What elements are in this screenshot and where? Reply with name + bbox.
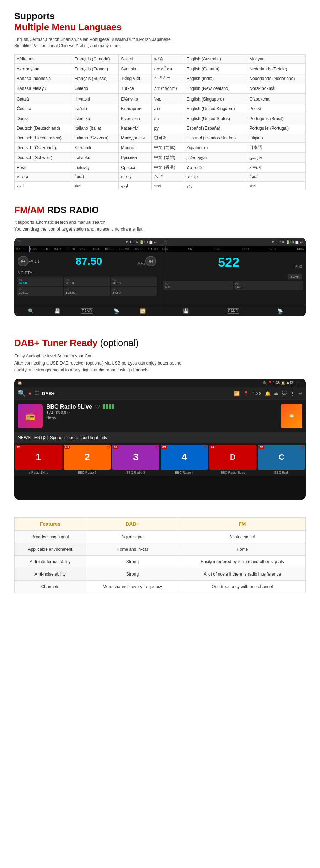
feature-value: More channels every frequency (86, 580, 179, 593)
radio-fm-unit: MHz (137, 261, 145, 267)
section1-description: English,German,French,Spanish,Italian,Po… (14, 36, 306, 49)
dab-heart-badge: ♡ (155, 446, 159, 450)
lang-cell: 한국어 (152, 133, 184, 143)
dab-channel-item[interactable]: C 0/0 ♡ BBC Radi (257, 443, 306, 476)
lang-cell: አማርኛ (247, 163, 306, 173)
lang-cell: Bahasa Indonesia (15, 74, 72, 83)
language-table: AfrikaansFrançais (Canada)Suomiதமிழ்Engl… (14, 54, 306, 190)
lang-cell: ಕನ್ನಡ (152, 74, 184, 83)
lang-cell: Galego (72, 83, 119, 94)
lang-cell: Italiano (Svizzera) (72, 133, 119, 143)
lang-cell: Español (España) (184, 124, 247, 133)
wifi-icon[interactable]: 📡 (277, 308, 283, 314)
feature-value: Home (179, 543, 305, 555)
scan-btn[interactable]: SCAN (288, 274, 302, 279)
lang-cell: Bahasa Melayu (15, 83, 72, 94)
repeat-icon[interactable]: 🔁 (140, 308, 146, 314)
save-icon[interactable]: 💾 (183, 308, 189, 314)
preset-item[interactable]: P4 106.10 (17, 287, 63, 296)
dab-badge: 0/0 (64, 446, 70, 449)
lang-cell: বাংলা (247, 182, 306, 190)
dab-channel-thumb: 4 0/0 ♡ (161, 445, 208, 470)
lang-cell: Français (Suisse) (72, 74, 119, 83)
dab-signal-strength: ▋▋▋▋ (103, 404, 116, 409)
radio-next-btn[interactable]: ⏭ (145, 256, 156, 266)
preset-item[interactable]: P5 108.00 (64, 287, 110, 296)
preset-item[interactable]: P6 87.50 (111, 287, 157, 296)
radio-am-bottombar: 💾 BAND 📡 (160, 306, 306, 316)
lang-cell: Kiswahili (72, 143, 119, 153)
radio-screenshot: 📱 ▼ 15:02 🔋18 📋 ↩ 87.50 89.55 91.60 93.6… (14, 238, 306, 316)
dab-channel-thumb: C 0/0 ♡ (258, 445, 305, 470)
lang-cell: ไทย (152, 94, 184, 104)
dab-channels: 1 1/0 ♥ c Radio 1Xtra 2 0/0 ♡ BBC Radio … (14, 443, 306, 476)
dab-eject-icon: ⏏ (274, 391, 278, 396)
feature-label: Broadcasting signal (15, 530, 86, 543)
wifi-icon[interactable]: 📡 (114, 308, 119, 314)
section1-title: Supports Multiple Menu Languaes (14, 11, 306, 33)
lang-cell: Српски (119, 163, 152, 173)
feature-value: Digital signal (86, 530, 179, 543)
lang-cell: Português (Brasil) (247, 113, 306, 124)
feature-value: Home and in-car (86, 543, 179, 555)
dab-heart-badge: ♥ (59, 446, 62, 450)
dab-heart-icon[interactable]: ♥ (28, 390, 32, 397)
radio-prev-btn[interactable]: ⏮ (18, 256, 28, 266)
lang-cell: Deutsch (Deutschland) (15, 124, 72, 133)
lang-cell: Hrvatski (72, 94, 119, 104)
dab-favorite-icon[interactable]: ♡ (95, 404, 100, 410)
dab-heart-badge: ♥ (254, 446, 256, 450)
radio-fm-statusbar: 📱 ▼ 15:02 🔋18 📋 ↩ (14, 238, 160, 246)
lang-cell: Кыргызча (119, 113, 152, 124)
dab-title-normal: (optional) (97, 338, 139, 348)
dab-back-icon[interactable]: ↩ (298, 391, 302, 396)
lang-cell: नेपाली (152, 173, 184, 182)
dab-more-icon[interactable]: ⋮ (290, 391, 295, 396)
dab-nav-icons: 📶 📍 1:38 🔔 ⏏ 🖼 ⋮ ↩ (234, 391, 302, 396)
dab-channel-item[interactable]: 3 0/0 ♡ BBC Radio 3 (111, 443, 160, 476)
preset-item[interactable]: P5 1620 (234, 281, 303, 290)
radio-fm-frequency: 87.50 (42, 255, 136, 267)
dab-badge: 0/0 (210, 446, 216, 449)
lang-cell: Nederlands (Nederland) (247, 74, 306, 83)
feature-value: One frequency with one channel (179, 580, 305, 593)
preset-item[interactable]: P1 87.50 (17, 277, 63, 286)
lang-cell: Afrikaans (15, 55, 72, 64)
lang-cell: नेपाली (72, 173, 119, 182)
search-icon[interactable]: 🔍 (28, 308, 34, 314)
lang-cell: English (New Zealand) (184, 83, 247, 94)
lang-cell: Русский (119, 153, 152, 163)
dab-channel-thumb: 1 1/0 ♥ (15, 445, 62, 470)
dab-badge: 0/0 (161, 446, 167, 449)
lang-cell: ภาษาไทย (152, 64, 184, 74)
preset-item[interactable]: P2 603 (163, 281, 233, 290)
band-icon[interactable]: BAND (81, 308, 94, 314)
dab-channel-item[interactable]: D 0/0 ♥ BBC Radio 5Live (209, 443, 257, 476)
radio-am-statusbar: 📱 ▼ 15:04 🔋18 📋 ↩ (160, 238, 306, 246)
dab-channel-item[interactable]: 4 0/0 ♡ BBC Radio 4 (160, 443, 209, 476)
lang-cell: 中文 (香港) (152, 163, 184, 173)
dab-search-icon[interactable]: 🔍 (18, 389, 26, 397)
col-fm-header: FM (179, 517, 305, 530)
lang-cell: தமிழ் (152, 55, 184, 64)
lang-cell: اردو (15, 182, 72, 190)
dab-screenshot: 🏠 🔌 📍 1:38 🔔 ⏏ 🖼 ⋮ ↩ 🔍 ♥ ☰ DAB+ 📶 📍 1:38… (14, 379, 306, 500)
lang-cell: Polski (247, 104, 306, 113)
dab-channel-name: BBC Radio 2 (64, 471, 111, 474)
dab-news-bar: NEWS - ENT[2]: Springer opera court figh… (14, 432, 306, 443)
dab-station-name: BBC Radio 5Live (46, 404, 92, 410)
feature-label: Channels (15, 580, 86, 593)
band-icon[interactable]: BAND (227, 308, 240, 314)
lang-cell: Ελληνικά (119, 94, 152, 104)
preset-item[interactable]: P2 90.10 (64, 277, 110, 286)
lang-cell: Filipino (247, 133, 306, 143)
dab-channel-item[interactable]: 1 1/0 ♥ c Radio 1Xtra (14, 443, 63, 476)
dab-station-info: BBC Radio 5Live ♡ ▋▋▋▋ 174.928MHz News (46, 404, 277, 420)
dab-list-icon[interactable]: ☰ (34, 390, 39, 397)
save-icon[interactable]: 💾 (54, 308, 60, 314)
preset-item[interactable]: P3 98.10 (111, 277, 157, 286)
dab-channel-item[interactable]: 2 0/0 ♡ BBC Radio 2 (63, 443, 112, 476)
lang-cell: ქართული (184, 153, 247, 163)
section-comparison: Features DAB+ FM Broadcasting signalDigi… (0, 510, 320, 600)
dab-badge: 1/0 (16, 446, 21, 449)
